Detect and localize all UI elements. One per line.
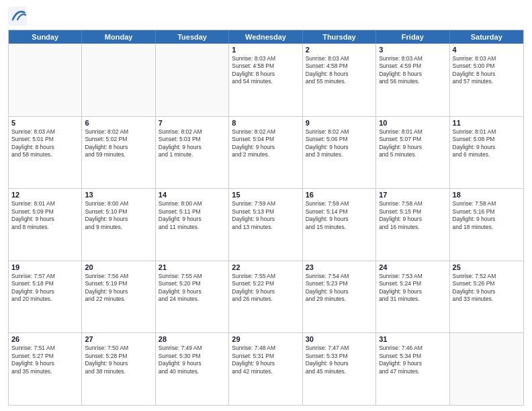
cell-info: Sunrise: 7:55 AM Sunset: 5:20 PM Dayligh… [159,273,226,304]
calendar-cell: 1Sunrise: 8:03 AM Sunset: 4:58 PM Daylig… [229,44,302,116]
top-section [8,7,524,26]
calendar-cell: 18Sunrise: 7:58 AM Sunset: 5:16 PM Dayli… [450,189,523,261]
cell-info: Sunrise: 7:59 AM Sunset: 5:14 PM Dayligh… [306,200,373,231]
cell-info: Sunrise: 8:03 AM Sunset: 5:00 PM Dayligh… [453,55,521,86]
cell-date: 17 [379,191,446,199]
week-row-0: 1Sunrise: 8:03 AM Sunset: 4:58 PM Daylig… [9,44,523,116]
calendar-cell: 19Sunrise: 7:57 AM Sunset: 5:18 PM Dayli… [9,261,82,333]
cell-date: 28 [159,335,226,343]
cell-info: Sunrise: 8:02 AM Sunset: 5:04 PM Dayligh… [232,128,299,159]
header-day-thursday: Thursday [303,30,376,44]
cell-date: 26 [11,335,79,343]
cell-info: Sunrise: 7:58 AM Sunset: 5:15 PM Dayligh… [379,200,446,231]
cell-info: Sunrise: 8:03 AM Sunset: 5:01 PM Dayligh… [11,128,79,159]
calendar-cell: 12Sunrise: 8:01 AM Sunset: 5:09 PM Dayli… [9,189,82,261]
cell-info: Sunrise: 7:47 AM Sunset: 5:33 PM Dayligh… [306,345,373,375]
calendar-cell: 15Sunrise: 7:59 AM Sunset: 5:13 PM Dayli… [229,189,302,261]
calendar-cell: 27Sunrise: 7:50 AM Sunset: 5:28 PM Dayli… [82,333,155,405]
cell-info: Sunrise: 8:01 AM Sunset: 5:08 PM Dayligh… [453,128,521,159]
calendar-cell: 7Sunrise: 8:02 AM Sunset: 5:03 PM Daylig… [156,117,229,189]
cell-date: 9 [306,119,373,127]
cell-date: 18 [453,191,521,199]
calendar-cell: 5Sunrise: 8:03 AM Sunset: 5:01 PM Daylig… [9,117,82,189]
calendar-cell: 13Sunrise: 8:00 AM Sunset: 5:10 PM Dayli… [82,189,155,261]
calendar-cell: 25Sunrise: 7:52 AM Sunset: 5:26 PM Dayli… [450,261,523,333]
calendar-cell: 31Sunrise: 7:46 AM Sunset: 5:34 PM Dayli… [376,333,449,405]
cell-date: 6 [85,119,152,127]
cell-info: Sunrise: 7:57 AM Sunset: 5:18 PM Dayligh… [11,273,79,304]
cell-date: 13 [85,191,152,199]
cell-date: 15 [232,191,299,199]
calendar-cell: 26Sunrise: 7:51 AM Sunset: 5:27 PM Dayli… [9,333,82,405]
cell-info: Sunrise: 8:03 AM Sunset: 4:58 PM Dayligh… [232,55,299,86]
cell-info: Sunrise: 7:50 AM Sunset: 5:28 PM Dayligh… [85,345,152,375]
calendar-cell: 14Sunrise: 8:00 AM Sunset: 5:11 PM Dayli… [156,189,229,261]
cell-date: 8 [232,119,299,127]
logo [8,7,30,26]
calendar-cell [82,44,155,116]
cell-info: Sunrise: 8:02 AM Sunset: 5:03 PM Dayligh… [159,128,226,159]
cell-date: 5 [11,119,79,127]
cell-info: Sunrise: 8:02 AM Sunset: 5:02 PM Dayligh… [85,128,152,159]
cell-date: 19 [11,263,79,271]
calendar: SundayMondayTuesdayWednesdayThursdayFrid… [8,30,524,406]
cell-date: 10 [379,119,446,127]
cell-date: 4 [453,46,521,54]
calendar-cell: 9Sunrise: 8:02 AM Sunset: 5:06 PM Daylig… [303,117,376,189]
calendar-cell: 30Sunrise: 7:47 AM Sunset: 5:33 PM Dayli… [303,333,376,405]
cell-date: 16 [306,191,373,199]
cell-info: Sunrise: 8:01 AM Sunset: 5:09 PM Dayligh… [11,200,79,231]
cell-date: 2 [306,46,373,54]
cell-date: 3 [379,46,446,54]
cell-date: 12 [11,191,79,199]
cell-info: Sunrise: 7:59 AM Sunset: 5:13 PM Dayligh… [232,200,299,231]
cell-info: Sunrise: 7:56 AM Sunset: 5:19 PM Dayligh… [85,273,152,304]
header-day-sunday: Sunday [9,30,82,44]
cell-date: 22 [232,263,299,271]
header-day-wednesday: Wednesday [229,30,302,44]
calendar-cell: 2Sunrise: 8:03 AM Sunset: 4:58 PM Daylig… [303,44,376,116]
calendar-cell: 3Sunrise: 8:03 AM Sunset: 4:59 PM Daylig… [376,44,449,116]
cell-date: 20 [85,263,152,271]
calendar-cell: 16Sunrise: 7:59 AM Sunset: 5:14 PM Dayli… [303,189,376,261]
calendar-cell: 22Sunrise: 7:55 AM Sunset: 5:22 PM Dayli… [229,261,302,333]
calendar-cell: 21Sunrise: 7:55 AM Sunset: 5:20 PM Dayli… [156,261,229,333]
calendar-cell [9,44,82,116]
calendar-cell [156,44,229,116]
cell-info: Sunrise: 7:58 AM Sunset: 5:16 PM Dayligh… [453,200,521,231]
page: SundayMondayTuesdayWednesdayThursdayFrid… [0,0,532,411]
cell-info: Sunrise: 7:54 AM Sunset: 5:23 PM Dayligh… [306,273,373,304]
calendar-cell: 10Sunrise: 8:01 AM Sunset: 5:07 PM Dayli… [376,117,449,189]
cell-date: 31 [379,335,446,343]
calendar-cell: 20Sunrise: 7:56 AM Sunset: 5:19 PM Dayli… [82,261,155,333]
cell-date: 7 [159,119,226,127]
calendar-cell: 4Sunrise: 8:03 AM Sunset: 5:00 PM Daylig… [450,44,523,116]
calendar-body: 1Sunrise: 8:03 AM Sunset: 4:58 PM Daylig… [9,44,523,405]
header-day-saturday: Saturday [450,30,523,44]
calendar-cell: 8Sunrise: 8:02 AM Sunset: 5:04 PM Daylig… [229,117,302,189]
cell-info: Sunrise: 8:03 AM Sunset: 4:58 PM Dayligh… [306,55,373,86]
calendar-cell: 6Sunrise: 8:02 AM Sunset: 5:02 PM Daylig… [82,117,155,189]
calendar-cell: 17Sunrise: 7:58 AM Sunset: 5:15 PM Dayli… [376,189,449,261]
cell-info: Sunrise: 7:46 AM Sunset: 5:34 PM Dayligh… [379,345,446,375]
calendar-cell: 28Sunrise: 7:49 AM Sunset: 5:30 PM Dayli… [156,333,229,405]
cell-date: 25 [453,263,521,271]
cell-date: 30 [306,335,373,343]
calendar-cell [450,333,523,405]
cell-info: Sunrise: 7:53 AM Sunset: 5:24 PM Dayligh… [379,273,446,304]
cell-date: 21 [159,263,226,271]
cell-info: Sunrise: 8:02 AM Sunset: 5:06 PM Dayligh… [306,128,373,159]
header-day-friday: Friday [376,30,449,44]
cell-info: Sunrise: 8:01 AM Sunset: 5:07 PM Dayligh… [379,128,446,159]
week-row-2: 12Sunrise: 8:01 AM Sunset: 5:09 PM Dayli… [9,188,523,261]
svg-rect-0 [8,7,27,26]
calendar-cell: 29Sunrise: 7:48 AM Sunset: 5:31 PM Dayli… [229,333,302,405]
cell-date: 24 [379,263,446,271]
cell-date: 14 [159,191,226,199]
cell-info: Sunrise: 7:48 AM Sunset: 5:31 PM Dayligh… [232,345,299,375]
cell-info: Sunrise: 8:03 AM Sunset: 4:59 PM Dayligh… [379,55,446,86]
calendar-header: SundayMondayTuesdayWednesdayThursdayFrid… [9,30,523,44]
cell-date: 23 [306,263,373,271]
cell-info: Sunrise: 7:51 AM Sunset: 5:27 PM Dayligh… [11,345,79,375]
week-row-4: 26Sunrise: 7:51 AM Sunset: 5:27 PM Dayli… [9,332,523,405]
